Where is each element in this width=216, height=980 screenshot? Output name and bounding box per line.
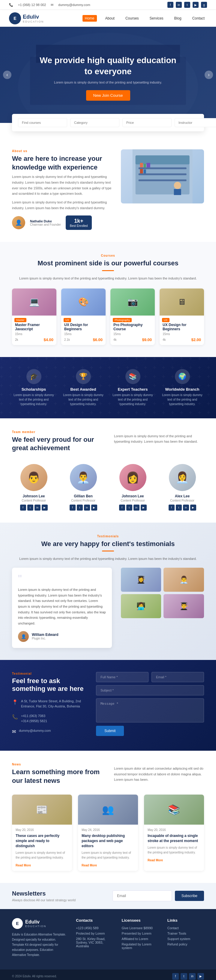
read-more-3[interactable]: Read More	[148, 859, 163, 862]
twitter-icon[interactable]: t	[184, 2, 190, 8]
footer-social-tw[interactable]: t	[181, 973, 187, 980]
team-social-tw-2[interactable]: t	[77, 504, 83, 511]
team-social-fb-2[interactable]: f	[69, 504, 76, 511]
news-section: News Learn something more from our lates…	[0, 751, 216, 883]
hero-section: ‹ We provide high quality education to e…	[0, 27, 216, 123]
facebook-icon[interactable]: f	[167, 2, 173, 8]
news-body-3: May 20, 2016 Incapable of drawing a sing…	[144, 825, 204, 866]
form-row-1	[96, 672, 204, 682]
footer-contact-phone: +123 (456) 589	[76, 926, 112, 930]
team-social-fb-3[interactable]: f	[119, 504, 125, 511]
team-social-in-2[interactable]: in	[84, 504, 90, 511]
team-member-1: 👨 Johnson Lee Content Professor f t in ▶	[12, 464, 55, 511]
nav-blog[interactable]: Blog	[172, 15, 184, 22]
contact-submit-button[interactable]: Submit	[96, 726, 124, 736]
team-social-fb-1[interactable]: f	[20, 504, 26, 511]
logo-icon: E	[9, 12, 21, 24]
linkedin-icon[interactable]: in	[176, 2, 182, 8]
footer-link-contact[interactable]: Contact	[167, 926, 204, 930]
course-card: 🖥 UX UX Design for Beginners 15ms 4k $2.…	[159, 288, 204, 345]
nav-contact[interactable]: Contact	[190, 15, 207, 22]
newsletter-email-input[interactable]	[112, 891, 172, 901]
team-social-yt-1[interactable]: ▶	[42, 504, 48, 511]
testimonial-img-4: 👨‍🎓	[164, 594, 204, 618]
nav-home[interactable]: Home	[82, 15, 97, 22]
logo-subtitle: EDUCATION	[23, 20, 44, 23]
nav-courses[interactable]: Courses	[123, 15, 141, 22]
news-thumb-3: 📚	[144, 795, 204, 825]
testimonial-subtitle: Lorem ipsum is simply dummy text of the …	[12, 556, 204, 562]
team-social-tw-3[interactable]: t	[126, 504, 132, 511]
news-header-right: Lorem ipsum dolor sit amet consectetur a…	[114, 763, 204, 788]
nav-links: Home About Courses Services Blog Contact	[82, 15, 207, 22]
logo-name: Eduliv	[23, 14, 44, 20]
team-social-fb-4[interactable]: f	[169, 504, 175, 511]
hero-prev-button[interactable]: ‹	[3, 71, 11, 79]
google-icon[interactable]: g	[201, 2, 207, 8]
team-social-tw-1[interactable]: t	[27, 504, 33, 511]
footer-social-yt[interactable]: ▶	[197, 973, 204, 980]
contact-email-input[interactable]	[151, 672, 204, 682]
team-social-in-1[interactable]: in	[35, 504, 41, 511]
stat-title-2: Best Awarded	[61, 387, 105, 391]
read-more-2[interactable]: Read More	[82, 864, 97, 867]
search-category-input[interactable]	[70, 118, 120, 127]
contact-form: Submit	[96, 672, 204, 739]
hero-next-button[interactable]: ›	[205, 71, 213, 79]
svg-point-15	[174, 182, 181, 189]
contact-name-input[interactable]	[96, 672, 148, 682]
newsletter-subscribe-button[interactable]: Subscribe	[175, 891, 204, 901]
testimonial-imgs-grid: 👩‍🎓 👨‍💼 👩‍💻 👨‍🎓	[121, 568, 204, 618]
hero-cta-button[interactable]: New Join Course	[86, 90, 130, 101]
footer-logo-sub: EDUCATION	[25, 925, 46, 928]
team-social-yt-4[interactable]: ▶	[190, 504, 196, 511]
team-name-3: Johnson Lee	[111, 494, 155, 498]
course-students-2: 2.1k	[64, 338, 70, 341]
footer-licensee-2[interactable]: Presented by Lorem	[122, 932, 158, 935]
contact-address-item: 📍 A St, Tudor Moore Street, A Building, …	[12, 699, 84, 709]
read-more-1[interactable]: Read More	[16, 864, 31, 867]
footer-social-fb[interactable]: f	[172, 973, 179, 980]
team-header-left: Team member We feel very proud for our g…	[12, 430, 102, 455]
svg-rect-12	[147, 163, 150, 167]
search-course-input[interactable]	[18, 118, 67, 127]
news-excerpt-1: Lorem ipsum is simply dummy text of the …	[16, 851, 68, 860]
about-title: We are here to increase your knowledge w…	[12, 154, 112, 172]
team-avatar-4: 👩‍💼	[169, 464, 196, 491]
youtube-icon[interactable]: ▶	[192, 2, 199, 8]
footer-link-trainer[interactable]: Trainer Tools	[167, 932, 204, 935]
courses-section: Courses Most prominent side is our power…	[0, 242, 216, 357]
footer-licensee-3[interactable]: Affiliated to Lorem	[122, 937, 158, 941]
testimonial-section: Testimonials We are very happy for clien…	[0, 523, 216, 660]
team-social-yt-2[interactable]: ▶	[91, 504, 97, 511]
footer-contacts-col: Contacts +123 (456) 589 Protected by Lor…	[76, 918, 112, 961]
news-date-3: May 20, 2016	[148, 828, 200, 832]
course-footer-3: 4k $9.00	[114, 337, 152, 342]
nav-about[interactable]: About	[103, 15, 117, 22]
team-social-in-4[interactable]: in	[183, 504, 189, 511]
teacher-icon: 📚	[125, 369, 140, 384]
author-title: Chairman and Founder	[30, 223, 61, 226]
about-label: About us	[12, 150, 112, 153]
news-date-1: May 20, 2016	[16, 828, 68, 832]
course-duration-3: 15ms	[114, 332, 121, 336]
nav-services[interactable]: Services	[147, 15, 166, 22]
footer-licensee-1[interactable]: Give Licensee $8990	[122, 926, 158, 930]
footer-link-refund[interactable]: Refund policy	[167, 942, 204, 946]
search-instructor-input[interactable]	[175, 118, 216, 127]
contact-message-input[interactable]	[96, 698, 204, 722]
team-header-right: Lorem ipsum is simply dummy text of the …	[114, 430, 204, 455]
search-price-input[interactable]	[122, 118, 172, 127]
contact-subject-input[interactable]	[96, 685, 204, 695]
footer-licensee-4[interactable]: Regulated by Lorem system	[122, 942, 158, 950]
team-name-4: Alex Lee	[161, 494, 204, 498]
courses-divider	[102, 270, 114, 271]
team-social-tw-4[interactable]: t	[176, 504, 182, 511]
team-name-1: Johnson Lee	[12, 494, 55, 498]
team-social-in-3[interactable]: in	[134, 504, 139, 511]
team-social-yt-3[interactable]: ▶	[141, 504, 147, 511]
footer-link-support[interactable]: Support system	[167, 937, 204, 941]
course-meta-1: 15ms	[15, 332, 54, 336]
footer-social-in[interactable]: in	[189, 973, 196, 980]
team-member-4: 👩‍💼 Alex Lee Content Professor f t in ▶	[161, 464, 204, 511]
